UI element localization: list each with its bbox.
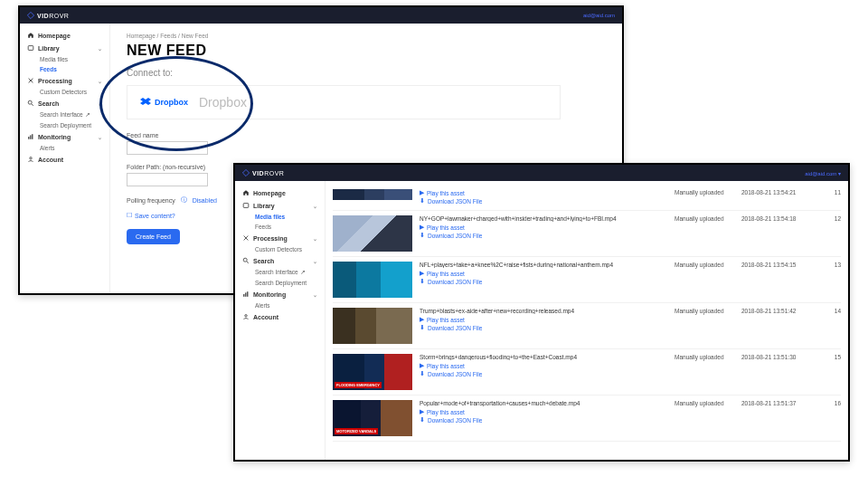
download-json-link[interactable]: ⬇Download JSON File [420,278,667,285]
video-thumbnail[interactable] [333,308,412,344]
media-row: FLOODING EMERGENCYStorm+brings+dangerous… [333,349,841,395]
chevron-down-icon: ⌄ [98,100,102,107]
sidebar-item-homepage[interactable]: Homepage [24,29,106,42]
sidebar: Homepage Library⌄ Media files Feeds Proc… [20,24,110,293]
sidebar-sub-alerts[interactable]: Alerts [239,300,321,310]
row-index: 14 [826,308,841,314]
brand[interactable]: VIDROVR [27,12,69,19]
sidebar-item-processing[interactable]: Processing⌄ [24,74,106,87]
upload-date: 2018-08-21 13:51:37 [741,400,814,406]
media-meta: Manually uploaded2018-08-21 13:54:1812 [675,215,841,222]
brand[interactable]: VIDROVR [242,169,284,176]
media-info: ▶Play this asset⬇Download JSON File [420,189,667,205]
user-menu[interactable]: aid@aid.com [583,13,615,18]
sidebar: Homepage Library⌄ Media files Feeds Proc… [235,181,326,460]
media-info: NFL+players+take+a+knee%2C+raise+fists+d… [420,262,667,286]
download-icon: ⬇ [420,370,425,377]
brand-rovr: ROVR [49,13,69,19]
sidebar-item-account[interactable]: Account [24,153,106,166]
feed-name-label: Feed name [127,132,158,138]
download-json-link[interactable]: ⬇Download JSON File [420,232,667,239]
sidebar-sub-feeds[interactable]: Feeds [24,64,106,74]
feed-name-input[interactable] [127,141,208,155]
sidebar-sub-alerts[interactable]: Alerts [24,143,106,153]
external-link-icon: ↗ [300,269,306,275]
media-meta: Manually uploaded2018-08-21 13:54:2111 [675,189,841,195]
sidebar-item-library[interactable]: Library⌄ [239,199,321,212]
sidebar-item-processing[interactable]: Processing⌄ [239,232,321,244]
upload-date: 2018-08-21 13:54:18 [741,215,814,222]
video-thumbnail[interactable]: MOTORIZED VANDALS [333,400,412,436]
sidebar-sub-media-files[interactable]: Media files [24,54,106,64]
video-thumbnail[interactable] [333,189,412,200]
sidebar-item-monitoring[interactable]: Monitoring⌄ [239,288,321,300]
svg-line-11 [247,262,249,263]
home-icon [242,189,250,196]
svg-rect-14 [247,291,248,297]
play-asset-link[interactable]: ▶Play this asset [420,224,667,231]
row-index: 12 [826,215,841,222]
upload-date: 2018-08-21 13:54:15 [741,262,814,268]
sidebar-item-account[interactable]: Account [239,310,321,323]
svg-rect-9 [243,204,249,208]
play-asset-link[interactable]: ▶Play this asset [420,270,667,277]
thumbnail-banner: FLOODING EMERGENCY [335,382,382,388]
sidebar-sub-media-files[interactable]: Media files [239,212,321,222]
svg-rect-12 [243,294,244,297]
sidebar-sub-search-interface[interactable]: Search Interface ↗ [24,110,106,120]
sidebar-sub-search-deployment[interactable]: Search Deployment [239,278,321,288]
brand-logo-icon [27,12,34,19]
download-icon: ⬇ [420,232,425,239]
video-thumbnail[interactable] [333,215,412,252]
sidebar-sub-search-deployment[interactable]: Search Deployment [24,120,106,130]
user-menu[interactable]: aid@aid.com ▾ [805,170,841,176]
play-asset-link[interactable]: ▶Play this asset [420,408,667,415]
sidebar-sub-feeds[interactable]: Feeds [239,222,321,232]
page-title: NEW FEED [127,43,606,59]
media-info: Trump+blasts+ex-aide+after+new+recording… [420,308,667,332]
svg-line-3 [32,104,33,106]
download-icon: ⬇ [420,416,425,424]
polling-value[interactable]: Disabled [193,197,217,204]
connect-dropbox-card[interactable]: Dropbox Dropbox [127,85,561,119]
play-asset-link[interactable]: ▶Play this asset [420,189,667,196]
sidebar-item-search[interactable]: Search⌄ [239,254,321,267]
svg-point-2 [28,100,32,104]
video-thumbnail[interactable] [333,262,412,298]
download-json-link[interactable]: ⬇Download JSON File [420,416,667,424]
play-asset-link[interactable]: ▶Play this asset [420,316,667,323]
media-meta: Manually uploaded2018-08-21 13:51:3716 [675,400,841,406]
sidebar-item-search[interactable]: Search⌄ [24,97,106,110]
media-title: Popular+mode+of+transportation+causes+mu… [420,400,667,406]
brand-vid: VID [252,170,264,176]
media-meta: Manually uploaded2018-08-21 13:54:1513 [675,262,841,268]
thumbnail-banner: MOTORIZED VANDALS [335,428,378,434]
create-feed-button[interactable]: Create Feed [127,229,180,244]
folder-path-label: Folder Path: (non-recursive) [127,164,205,170]
sidebar-item-homepage[interactable]: Homepage [239,186,321,199]
play-asset-link[interactable]: ▶Play this asset [420,362,667,369]
topbar: VIDROVR aid@aid.com ▾ [235,165,848,181]
download-json-link[interactable]: ⬇Download JSON File [420,370,667,377]
sidebar-item-library[interactable]: Library⌄ [24,42,106,54]
svg-rect-13 [245,292,246,296]
brand-vid: VID [37,13,49,19]
processing-icon [27,77,34,84]
external-link-icon: ↗ [85,111,90,118]
info-icon[interactable]: ⓘ [181,195,187,205]
media-row: MOTORIZED VANDALSPopular+mode+of+transpo… [333,395,841,442]
home-icon [27,32,34,39]
upload-type: Manually uploaded [675,215,729,222]
download-json-link[interactable]: ⬇Download JSON File [420,197,667,205]
video-thumbnail[interactable]: FLOODING EMERGENCY [333,354,412,390]
media-row: ▶Play this asset⬇Download JSON FileManua… [333,185,841,211]
upload-type: Manually uploaded [675,308,729,314]
sidebar-sub-search-interface[interactable]: Search Interface ↗ [239,267,321,278]
sidebar-sub-custom-detectors[interactable]: Custom Detectors [239,244,321,254]
sidebar-item-monitoring[interactable]: Monitoring⌄ [24,130,106,143]
library-icon [27,44,34,52]
sidebar-sub-custom-detectors[interactable]: Custom Detectors [24,87,106,97]
folder-path-input[interactable] [127,173,208,186]
download-json-link[interactable]: ⬇Download JSON File [420,324,667,331]
chevron-down-icon: ⌄ [313,235,317,242]
